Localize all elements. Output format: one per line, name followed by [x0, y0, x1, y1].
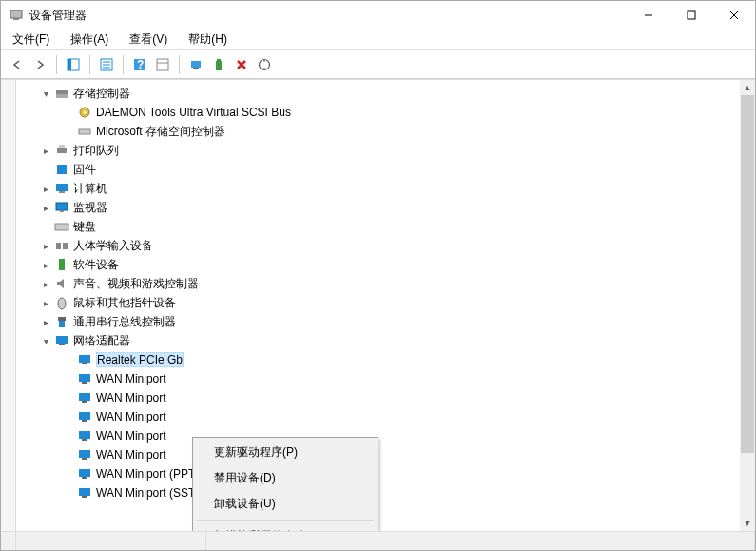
help-button[interactable]: ? [129, 54, 150, 75]
node-label: WAN Miniport [96, 448, 166, 462]
menu-help[interactable]: 帮助(H) [184, 30, 231, 49]
tree-node-wan-miniport[interactable]: WAN Miniport [16, 388, 755, 407]
svg-rect-36 [56, 243, 61, 249]
context-disable-device[interactable]: 禁用设备(D) [195, 465, 376, 491]
chevron-right-icon[interactable]: ▸ [39, 296, 52, 309]
node-label: WAN Miniport (SSTP) [96, 486, 206, 500]
context-menu: 更新驱动程序(P) 禁用设备(D) 卸载设备(U) 扫描检测硬件改动(A) 属性… [192, 437, 378, 531]
context-uninstall-device[interactable]: 卸载设备(U) [195, 491, 376, 517]
chevron-down-icon[interactable]: ▾ [39, 334, 52, 347]
scroll-track[interactable] [740, 95, 755, 516]
maximize-button[interactable] [669, 1, 712, 30]
chevron-right-icon[interactable]: ▸ [39, 182, 52, 195]
tree-node-wan-miniport[interactable]: WAN Miniport [16, 407, 755, 426]
svg-rect-3 [688, 11, 695, 19]
network-adapter-icon [77, 428, 92, 443]
chevron-down-icon[interactable]: ▾ [39, 87, 52, 100]
node-label: WAN Miniport (PPTP) [96, 467, 206, 481]
menu-file[interactable]: 文件(F) [9, 30, 53, 49]
svg-rect-53 [82, 439, 87, 441]
minimize-button[interactable] [627, 1, 669, 30]
tree-node-storage-controllers[interactable]: ▾ 存储控制器 [16, 84, 755, 103]
context-update-driver[interactable]: 更新驱动程序(P) [195, 440, 376, 465]
chevron-right-icon[interactable]: ▸ [39, 144, 52, 157]
node-label: 存储控制器 [73, 86, 130, 102]
svg-rect-37 [63, 243, 68, 249]
tree-node-software[interactable]: ▸ 软件设备 [16, 255, 755, 274]
tree-node-wan-miniport[interactable]: WAN Miniport [16, 426, 755, 445]
svg-rect-47 [82, 382, 87, 384]
tree-node-monitors[interactable]: ▸ 监视器 [16, 198, 755, 217]
node-label: 软件设备 [73, 257, 119, 273]
tree-node-daemon-tools[interactable]: DAEMON Tools Ultra Virtual SCSI Bus [16, 103, 755, 122]
svg-rect-28 [57, 148, 67, 153]
chevron-right-icon[interactable]: ▸ [39, 277, 52, 290]
tree-node-printers[interactable]: ▸ 打印队列 [16, 141, 755, 160]
status-seg [16, 532, 206, 550]
scroll-thumb[interactable] [741, 95, 754, 453]
tree-node-wan-miniport-sstp[interactable]: WAN Miniport (SSTP) [16, 483, 755, 502]
close-button[interactable] [712, 1, 755, 30]
node-label: DAEMON Tools Ultra Virtual SCSI Bus [96, 106, 291, 119]
tree-node-wan-miniport[interactable]: WAN Miniport [16, 445, 755, 464]
tree-node-computer[interactable]: ▸ 计算机 [16, 179, 755, 198]
chevron-right-icon[interactable]: ▸ [39, 239, 52, 252]
tree-node-mouse[interactable]: ▸ 鼠标和其他指针设备 [16, 293, 755, 312]
update-driver-button[interactable] [185, 54, 206, 75]
app-icon [9, 8, 24, 23]
drive-icon [77, 124, 92, 139]
context-scan-hardware[interactable]: 扫描检测硬件改动(A) [195, 523, 376, 531]
svg-rect-54 [79, 450, 90, 458]
show-hide-tree-button[interactable] [63, 54, 84, 75]
node-label: 声音、视频和游戏控制器 [73, 276, 199, 292]
printer-icon [54, 143, 69, 158]
svg-rect-45 [82, 363, 87, 364]
node-label: WAN Miniport [96, 429, 166, 443]
forward-button[interactable] [29, 54, 50, 75]
network-adapter-icon [77, 466, 92, 482]
tree-node-wan-miniport-pptp[interactable]: WAN Miniport (PPTP) [16, 464, 755, 483]
tree-node-keyboards[interactable]: 键盘 [16, 217, 755, 236]
properties-button[interactable] [96, 54, 117, 75]
tool-button[interactable] [208, 54, 229, 75]
chevron-right-icon[interactable]: ▸ [39, 258, 52, 271]
node-label: WAN Miniport [96, 372, 166, 385]
scan-hardware-button[interactable] [254, 54, 275, 75]
chevron-right-icon[interactable]: ▸ [39, 315, 52, 328]
svg-rect-52 [79, 431, 90, 439]
tree-node-realtek[interactable]: Realtek PCIe Gb [16, 350, 755, 369]
svg-rect-16 [191, 61, 201, 68]
tree-node-wan-miniport[interactable]: WAN Miniport [16, 369, 755, 388]
tree-node-sound[interactable]: ▸ 声音、视频和游戏控制器 [16, 274, 755, 293]
back-button[interactable] [7, 54, 28, 75]
tree-node-hid[interactable]: ▸ 人体学输入设备 [16, 236, 755, 255]
status-seg [206, 532, 755, 550]
node-label: 网络适配器 [73, 333, 130, 349]
menubar: 文件(F) 操作(A) 查看(V) 帮助(H) [1, 30, 755, 50]
svg-point-39 [58, 298, 66, 309]
toolbar-separator [89, 55, 90, 74]
chevron-right-icon[interactable]: ▸ [39, 201, 52, 214]
tree-node-ms-storage[interactable]: Microsoft 存储空间控制器 [16, 122, 755, 141]
menu-action[interactable]: 操作(A) [67, 30, 112, 49]
scroll-up-arrow[interactable]: ▲ [740, 80, 755, 95]
vertical-scrollbar[interactable]: ▲ ▼ [740, 80, 755, 531]
scroll-down-arrow[interactable]: ▼ [740, 516, 755, 531]
software-icon [54, 257, 69, 272]
tree-node-firmware[interactable]: 固件 [16, 160, 755, 179]
view-button[interactable] [152, 54, 173, 75]
svg-rect-1 [13, 18, 19, 20]
menu-view[interactable]: 查看(V) [126, 30, 171, 49]
device-tree: ▾ 存储控制器 DAEMON Tools Ultra Virtual SCSI … [16, 84, 755, 502]
status-seg [1, 532, 16, 550]
svg-rect-32 [59, 191, 65, 193]
svg-rect-42 [56, 336, 68, 344]
svg-rect-50 [79, 412, 90, 420]
node-label: Realtek PCIe Gb [96, 352, 184, 367]
svg-rect-48 [79, 393, 90, 401]
tree-node-network-adapters[interactable]: ▾ 网络适配器 [16, 331, 755, 350]
uninstall-button[interactable] [231, 54, 252, 75]
toolbar: ? [1, 50, 755, 79]
tree-node-usb[interactable]: ▸ 通用串行总线控制器 [16, 312, 755, 331]
svg-rect-29 [59, 145, 65, 148]
